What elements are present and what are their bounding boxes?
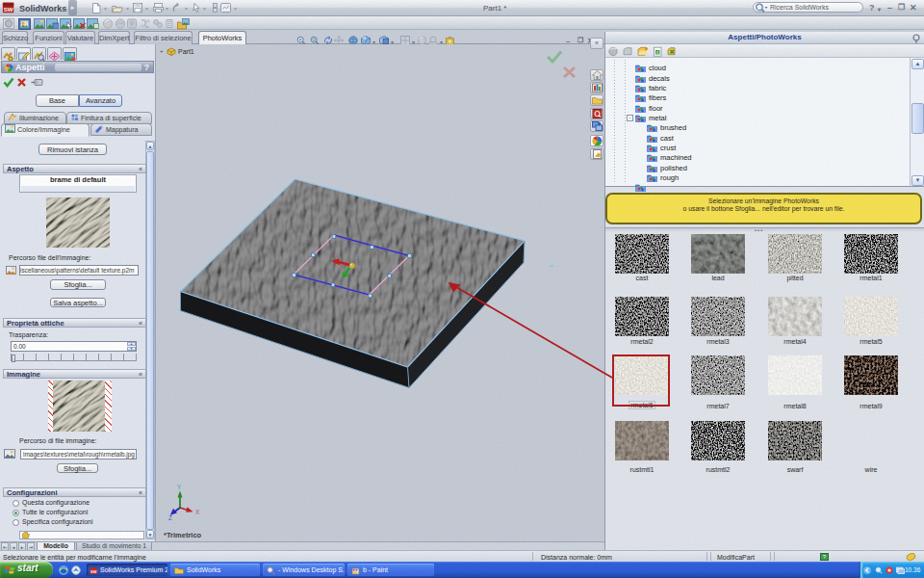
svg-text:SW: SW <box>4 6 13 13</box>
svg-text:Z: Z <box>168 514 172 521</box>
svg-text:SW: SW <box>90 568 97 573</box>
svg-text:X: X <box>195 509 200 515</box>
svg-text:Y: Y <box>177 484 182 490</box>
